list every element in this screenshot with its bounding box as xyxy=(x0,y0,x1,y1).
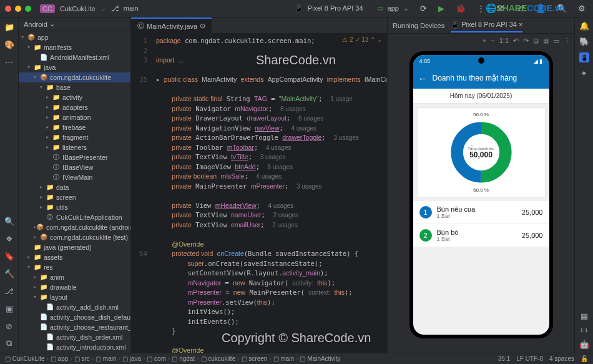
run-config[interactable]: ▭ app ⌄ xyxy=(377,4,409,12)
layout-inspector-icon[interactable]: ▦ xyxy=(581,312,588,321)
camera-notch xyxy=(478,57,484,64)
bookmarks-icon[interactable]: 🔖 xyxy=(4,250,15,262)
more-icon[interactable]: ⋮ xyxy=(564,37,571,45)
caret-position[interactable]: 35:1 xyxy=(498,355,510,362)
resource-manager-icon[interactable]: 🎨 xyxy=(4,39,15,50)
tree-item[interactable]: ▸📁fragment xyxy=(19,132,130,142)
tree-item[interactable]: ⒾIViewMain xyxy=(19,172,130,182)
find-icon[interactable]: 🔍 xyxy=(4,215,15,227)
appbar-title: Doanh thu theo mặt hàng xyxy=(433,74,517,82)
tree-item[interactable]: ▾📁manifests xyxy=(19,42,130,52)
tree-item[interactable]: ▾📁layout xyxy=(19,292,130,302)
git-tool-icon[interactable]: ⎇ xyxy=(4,285,15,297)
back-button[interactable]: ← xyxy=(418,73,428,84)
notifications-icon[interactable]: 🔔 xyxy=(579,21,589,31)
tree-item[interactable]: ▾📦app xyxy=(19,32,130,42)
screenshot-icon[interactable]: ⊡ xyxy=(533,37,539,45)
tree-item[interactable]: ▸📁firebase xyxy=(19,122,130,132)
line-ending[interactable]: LF UTF-8 xyxy=(516,355,543,362)
zoom-in-icon[interactable]: + xyxy=(483,37,486,44)
tree-item[interactable]: 📄activity_dish_order.xml xyxy=(19,332,130,342)
device-tab[interactable]: 📱 Pixel 8 Pro API 34 × xyxy=(451,18,522,32)
project-badge: CC xyxy=(40,4,55,13)
project-name[interactable]: CukCukLite xyxy=(60,5,96,12)
project-tree[interactable]: ▾📦app▾📁manifests📄AndroidManifest.xml▾📁ja… xyxy=(19,31,130,353)
aspect-ratio-icon[interactable]: 1:1 xyxy=(580,327,588,333)
tree-item[interactable]: ▾📁base xyxy=(19,82,130,92)
device-panel: Running Devices 📱 Pixel 8 Pro API 34 × +… xyxy=(387,17,574,353)
tree-item[interactable]: ▸📁data xyxy=(19,182,130,192)
device-tabs: Running Devices 📱 Pixel 8 Pro API 34 × xyxy=(388,17,574,34)
debug-icon[interactable]: 🐞 xyxy=(456,4,466,13)
tree-item[interactable]: ⒾIBasePresenter xyxy=(19,152,130,162)
tree-item[interactable]: ▸📦com.ngdat.cukcuklite (test) xyxy=(19,232,130,242)
display-settings-icon[interactable]: ▭ xyxy=(553,37,559,45)
list-item[interactable]: 1Bún riêu cua1 Bát25,000 xyxy=(413,201,549,224)
services-icon[interactable]: ▣ xyxy=(4,303,15,314)
device-manager-icon[interactable]: 📱 xyxy=(579,52,589,62)
pin-icon[interactable]: ⊙ xyxy=(200,22,205,30)
vcs-branch[interactable]: ⎇ main xyxy=(111,4,141,12)
device-selector[interactable]: 📱 Pixel 8 Pro API 34 xyxy=(295,4,366,12)
phone-screen[interactable]: 4:05◢ ▮ ← Doanh thu theo mặt hàng Hôm na… xyxy=(413,55,549,335)
zoom-fit-icon[interactable]: 1:1 xyxy=(499,37,509,44)
problems-icon[interactable]: ⊘ xyxy=(4,320,15,332)
code-editor[interactable]: package com.ngdat.cukcuklite.screen.main… xyxy=(151,34,387,353)
tree-item[interactable]: ▾📁java xyxy=(19,62,130,72)
tree-item[interactable]: ▸📁adapters xyxy=(19,102,130,112)
tree-item[interactable]: 📄activity_main.xml xyxy=(19,352,130,353)
settings-icon[interactable]: ⚙ xyxy=(578,4,586,13)
chart-card: 50.0 % Tổng doanh thu 50,000 50.0 % xyxy=(417,107,546,197)
indent-info[interactable]: 4 spaces xyxy=(549,355,574,362)
terminal-icon[interactable]: ⧉ xyxy=(4,338,15,349)
ai-assistant-icon[interactable]: ✦ xyxy=(581,69,587,78)
tree-item[interactable]: ▸📁listeners xyxy=(19,142,130,152)
tab-mainactivity[interactable]: Ⓒ MainActivity.java ⊙ xyxy=(131,17,212,33)
readonly-icon[interactable]: 🔓 xyxy=(581,355,588,362)
tree-item[interactable]: ▸📁drawable xyxy=(19,282,130,292)
tree-item[interactable]: ▸📁assets xyxy=(19,252,130,262)
date-selector[interactable]: Hôm nay (06/01/2025) xyxy=(413,89,549,104)
rotate-left-icon[interactable]: ↶ xyxy=(513,37,519,45)
breadcrumb[interactable]: ▢ CukCukLite›▢ app›▢ src›▢ main›▢ java›▢… xyxy=(5,355,341,362)
tree-item[interactable]: ▸📁animation xyxy=(19,112,130,122)
list-item[interactable]: 2Bún bò1 Bát25,000 xyxy=(413,224,549,247)
build-tool-icon[interactable]: 🔨 xyxy=(4,268,15,279)
tree-item[interactable]: 📄activity_introduction.xml xyxy=(19,342,130,352)
chevron-icon: ⌄ xyxy=(100,4,106,12)
app-bar: ← Doanh thu theo mặt hàng xyxy=(413,67,549,89)
maximize-button[interactable] xyxy=(25,6,31,12)
tree-item[interactable]: ▾📁res xyxy=(19,262,130,272)
refresh-icon[interactable]: ⟳ xyxy=(420,4,427,13)
structure-icon[interactable]: ❖ xyxy=(4,233,15,244)
tree-item[interactable]: 📄activity_choose_restaurant_ty xyxy=(19,322,130,332)
inspection-widget[interactable]: ⚠ 2 ✓ 13 ⌃ ⌄ xyxy=(342,36,382,43)
tree-item[interactable]: ▸📁utils xyxy=(19,202,130,212)
more-icon[interactable]: ⋮ xyxy=(477,4,485,13)
android-icon[interactable]: 🤖 xyxy=(579,340,589,349)
more-tool-icon[interactable]: ⋯ xyxy=(4,56,15,67)
tree-item[interactable]: ▸📁screen xyxy=(19,192,130,202)
tree-item[interactable]: ▸📦com.ngdat.cukcuklite (androidTe xyxy=(19,222,130,232)
minimize-button[interactable] xyxy=(15,6,21,12)
zoom-out-icon[interactable]: − xyxy=(491,37,494,44)
tree-item[interactable]: ⒸCukCukLiteApplication xyxy=(19,212,130,222)
phone-frame: 4:05◢ ▮ ← Doanh thu theo mặt hàng Hôm na… xyxy=(409,51,553,338)
tree-item[interactable]: 📄activity_add_dish.xml xyxy=(19,302,130,312)
tree-item[interactable]: 📁java (generated) xyxy=(19,242,130,252)
window-controls xyxy=(5,6,31,12)
tree-item[interactable]: ⒾIBaseView xyxy=(19,162,130,172)
toggle-icon[interactable]: ⊞ xyxy=(543,37,549,45)
tree-item[interactable]: ▾📦com.ngdat.cukcuklite xyxy=(19,72,130,82)
project-tool-icon[interactable]: 📁 xyxy=(4,21,15,32)
tree-item[interactable]: ▸📁activity xyxy=(19,92,130,102)
tree-item[interactable]: 📄activity_choose_dish_default.x xyxy=(19,312,130,322)
tree-item[interactable]: 📄AndroidManifest.xml xyxy=(19,52,130,62)
run-icon[interactable]: ▶ xyxy=(438,4,444,13)
rotate-right-icon[interactable]: ↷ xyxy=(523,37,529,45)
gradle-icon[interactable]: 🐘 xyxy=(579,37,589,46)
tree-item[interactable]: ▸📁anim xyxy=(19,272,130,282)
close-button[interactable] xyxy=(5,6,11,12)
sidebar-header[interactable]: Android ⌄ xyxy=(19,17,130,31)
running-devices-label[interactable]: Running Devices xyxy=(393,22,444,29)
